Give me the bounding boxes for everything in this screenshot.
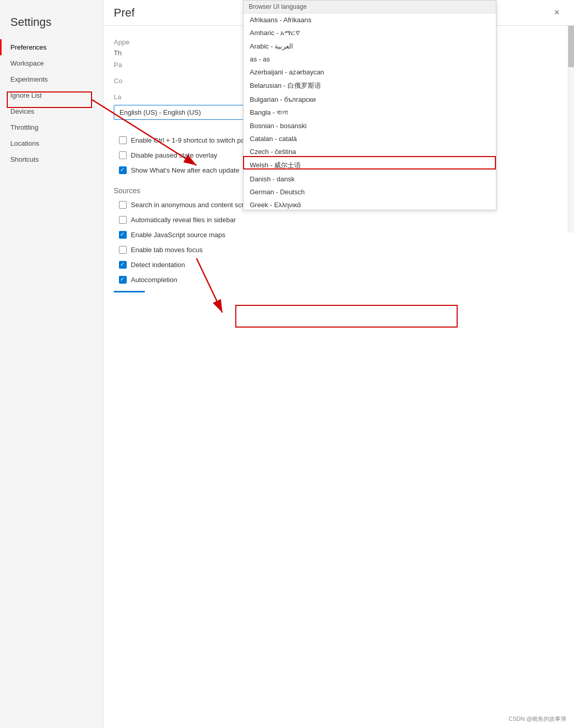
dropdown-option-arabic[interactable]: Arabic - العربية xyxy=(244,40,496,53)
auto-reveal-checkbox[interactable] xyxy=(119,216,127,224)
dropdown-option-welsh[interactable]: Welsh - 威尔士语 xyxy=(244,158,496,173)
js-source-maps-label: Enable JavaScript source maps xyxy=(131,231,225,239)
js-source-maps-row: Enable JavaScript source maps xyxy=(119,231,564,239)
disable-paused-checkbox[interactable] xyxy=(119,151,127,159)
sources-checkboxes: Search in anonymous and content scriptsA… xyxy=(114,201,564,284)
watermark: CSDN @晓鱼的故事簿 xyxy=(509,715,566,723)
show-whats-new-checkbox[interactable] xyxy=(119,166,127,174)
close-button[interactable]: × xyxy=(550,5,564,20)
dropdown-option-danish[interactable]: Danish - dansk xyxy=(244,173,496,185)
dropdown-option-czech[interactable]: Czech - čeština xyxy=(244,145,496,158)
right-scrollbar-thumb[interactable] xyxy=(568,26,574,67)
dropdown-option-catalan[interactable]: Catalan - català xyxy=(244,132,496,145)
content-area: Pref × Appe Th Pa Co La English (US) - E… xyxy=(103,0,574,728)
sidebar-item-workspace[interactable]: Workspace xyxy=(0,55,103,71)
ctrl-shortcut-label: Enable Ctrl + 1-9 shortcut to switch pan… xyxy=(131,136,257,144)
sidebar-item-shortcuts[interactable]: Shortcuts xyxy=(0,151,103,167)
sidebar-item-experiments[interactable]: Experiments xyxy=(0,71,103,87)
sidebar-item-devices[interactable]: Devices xyxy=(0,103,103,119)
detect-indentation-row: Detect indentation xyxy=(119,261,564,269)
sidebar-item-preferences[interactable]: Preferences xyxy=(0,39,103,55)
language-dropdown-popup: Browser UI language Afrikaans - Afrikaan… xyxy=(243,0,496,210)
dropdown-popup-list[interactable]: Afrikaans - AfrikaansAmharic - አማርኛArabi… xyxy=(244,13,496,210)
detect-indentation-checkbox[interactable] xyxy=(119,261,127,269)
dropdown-option-bangla[interactable]: Bangla - বাংলা xyxy=(244,106,496,119)
right-scrollbar[interactable] xyxy=(568,26,574,233)
dropdown-option-belarusian[interactable]: Belarusian - 白俄罗斯语 xyxy=(244,79,496,93)
dropdown-option-bosnian[interactable]: Bosnian - bosanski xyxy=(244,119,496,132)
dropdown-option-amharic[interactable]: Amharic - አማርኛ xyxy=(244,26,496,40)
sidebar: Settings PreferencesWorkspaceExperiments… xyxy=(0,0,103,728)
auto-reveal-label: Automatically reveal files in sidebar xyxy=(131,216,236,224)
disable-paused-label: Disable paused state overlay xyxy=(131,151,217,159)
show-whats-new-label: Show What's New after each update xyxy=(131,166,239,174)
tab-moves-focus-row: Enable tab moves focus xyxy=(119,246,564,254)
tab-moves-focus-checkbox[interactable] xyxy=(119,246,127,254)
bottom-indicator xyxy=(114,291,145,292)
content-title-partial: Pref xyxy=(114,6,134,20)
sidebar-item-throttling[interactable]: Throttling xyxy=(0,119,103,135)
settings-window: Settings PreferencesWorkspaceExperiments… xyxy=(0,0,574,728)
dropdown-option-as[interactable]: as - as xyxy=(244,53,496,66)
ctrl-shortcut-checkbox[interactable] xyxy=(119,136,127,144)
sidebar-item-locations[interactable]: Locations xyxy=(0,135,103,151)
dropdown-option-azerbaijani[interactable]: Azerbaijani - azərbaycan xyxy=(244,66,496,79)
search-anonymous-label: Search in anonymous and content scripts xyxy=(131,201,254,209)
dropdown-select-highlight xyxy=(235,305,458,328)
detect-indentation-label: Detect indentation xyxy=(131,261,185,269)
dropdown-option-afrikaans[interactable]: Afrikaans - Afrikaans xyxy=(244,13,496,26)
dropdown-option-greek[interactable]: Greek - Ελληνικά xyxy=(244,198,496,210)
dropdown-option-bulgarian[interactable]: Bulgarian - български xyxy=(244,93,496,106)
autocompletion-label: Autocompletion xyxy=(131,276,177,284)
search-anonymous-checkbox[interactable] xyxy=(119,201,127,209)
tab-moves-focus-label: Enable tab moves focus xyxy=(131,246,203,254)
js-source-maps-checkbox[interactable] xyxy=(119,231,127,239)
auto-reveal-row: Automatically reveal files in sidebar xyxy=(119,216,564,224)
sidebar-nav: PreferencesWorkspaceExperimentsIgnore Li… xyxy=(0,39,103,167)
dropdown-option-german[interactable]: German - Deutsch xyxy=(244,185,496,198)
settings-title: Settings xyxy=(0,10,103,39)
dropdown-popup-header: Browser UI language xyxy=(244,1,496,13)
sidebar-item-ignore-list[interactable]: Ignore List xyxy=(0,87,103,103)
autocompletion-checkbox[interactable] xyxy=(119,276,127,284)
autocompletion-row: Autocompletion xyxy=(119,276,564,284)
